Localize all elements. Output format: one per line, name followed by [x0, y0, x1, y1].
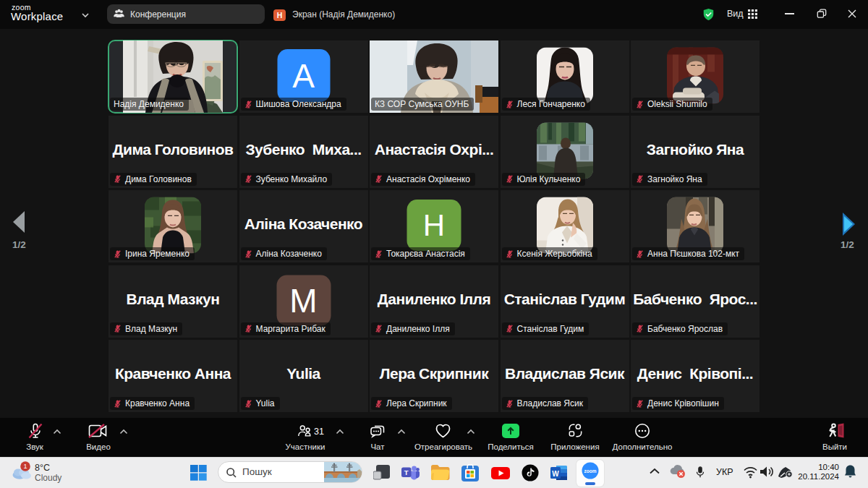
svg-text:1: 1	[23, 463, 27, 470]
svg-text:T: T	[404, 468, 409, 476]
svg-text:zoom: zoom	[584, 468, 597, 474]
svg-text:W: W	[552, 470, 559, 478]
